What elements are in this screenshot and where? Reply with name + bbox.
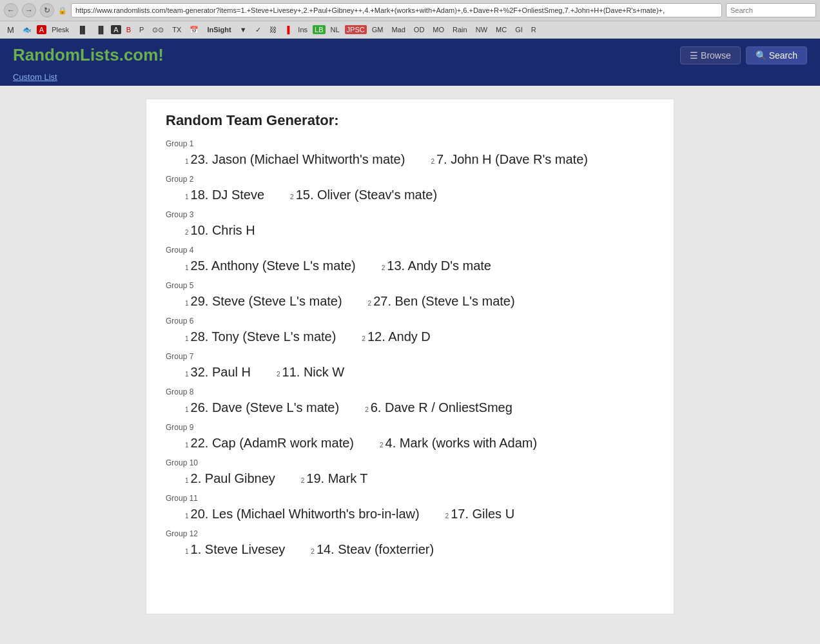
bookmark-nl[interactable]: NL — [327, 24, 343, 35]
group-label: Group 10 — [166, 458, 654, 467]
member-text: 12. Andy D — [367, 329, 431, 344]
bookmark-bars1[interactable]: ▐▌ — [74, 24, 91, 35]
bookmark-r[interactable]: R — [528, 24, 540, 35]
group-member: 122. Cap (AdamR work mate) — [185, 436, 354, 451]
member-number: 1 — [185, 548, 189, 555]
bookmark-gm[interactable]: GM — [369, 24, 387, 35]
member-text: 7. John H (Dave R's mate) — [436, 152, 588, 167]
member-text: 27. Ben (Steve L's mate) — [373, 294, 514, 309]
member-text: 14. Steav (foxterrier) — [317, 542, 434, 557]
reload-button[interactable]: ↻ — [40, 3, 54, 17]
group-label: Group 11 — [166, 494, 654, 503]
forward-button[interactable]: → — [22, 3, 36, 17]
bookmark-mad[interactable]: Mad — [388, 24, 408, 35]
member-number: 2 — [380, 442, 384, 449]
member-number: 1 — [185, 158, 189, 165]
browse-button[interactable]: ☰ Browse — [680, 46, 741, 64]
group-member: 227. Ben (Steve L's mate) — [368, 294, 515, 309]
group-member: 217. Giles U — [445, 507, 515, 522]
bookmark-od[interactable]: OD — [411, 24, 428, 35]
bookmark-gmail[interactable]: M — [4, 24, 17, 36]
bookmark-a2[interactable]: A — [111, 25, 121, 34]
bookmark-colorbar[interactable]: ▐ — [282, 24, 293, 35]
bookmark-paypal[interactable]: P — [136, 24, 147, 35]
bookmark-tx[interactable]: TX — [169, 24, 184, 35]
url-bar[interactable] — [71, 3, 722, 17]
member-number: 1 — [185, 442, 189, 449]
member-text: 11. Nick W — [282, 365, 345, 380]
group-member: 210. Chris H — [185, 223, 255, 238]
member-text: 4. Mark (works with Adam) — [386, 436, 538, 451]
group-row: 128. Tony (Steve L's mate)212. Andy D — [166, 329, 654, 344]
bookmark-plesk[interactable]: Plesk — [48, 24, 72, 35]
site-header: RandomLists.com! ☰ Browse 🔍 Search — [0, 39, 820, 72]
group-label: Group 3 — [166, 210, 654, 219]
bookmark-gi[interactable]: GI — [512, 24, 526, 35]
member-text: 22. Cap (AdamR work mate) — [191, 436, 354, 451]
bookmark-cal[interactable]: 📅 — [186, 24, 202, 35]
bookmark-v[interactable]: ✓ — [252, 24, 264, 35]
group-section: Group 8126. Dave (Steve L's mate)26. Dav… — [166, 387, 654, 415]
member-text: 1. Steve Livesey — [191, 542, 286, 557]
member-text: 23. Jason (Michael Whitworth's mate) — [191, 152, 405, 167]
group-member: 125. Anthony (Steve L's mate) — [185, 259, 356, 273]
group-section: Group 2118. DJ Steve215. Oliver (Steav's… — [166, 175, 654, 202]
member-text: 10. Chris H — [191, 223, 255, 238]
group-section: Group 1211. Steve Livesey214. Steav (fox… — [166, 529, 654, 557]
group-label: Group 1 — [166, 139, 654, 148]
group-member: 219. Mark T — [301, 471, 368, 486]
bookmark-mc[interactable]: MC — [493, 24, 510, 35]
member-text: 28. Tony (Steve L's mate) — [191, 329, 337, 344]
bookmark-chain[interactable]: ⛓ — [266, 24, 280, 35]
member-number: 1 — [185, 193, 189, 200]
member-number: 1 — [185, 406, 189, 413]
group-section: Group 9122. Cap (AdamR work mate)24. Mar… — [166, 423, 654, 451]
bookmark-mo[interactable]: MO — [429, 24, 447, 35]
group-member: 132. Paul H — [185, 365, 251, 380]
bookmarks-bar: M 🐟 A Plesk ▐▌ ▐▌ A B P ⊙⊙ TX 📅 InSight … — [0, 21, 820, 39]
bookmark-b[interactable]: B — [123, 24, 134, 35]
bookmark-arrow[interactable]: ▼ — [237, 24, 250, 35]
bookmark-ins[interactable]: Ins — [295, 24, 311, 35]
bookmark-nw[interactable]: NW — [473, 24, 491, 35]
back-button[interactable]: ← — [4, 3, 18, 17]
group-member: 123. Jason (Michael Whitworth's mate) — [185, 152, 405, 167]
group-section: Group 4125. Anthony (Steve L's mate)213.… — [166, 246, 654, 273]
member-text: 20. Les (Michael Whitworth's bro-in-law) — [191, 507, 420, 522]
group-member: 120. Les (Michael Whitworth's bro-in-law… — [185, 507, 420, 522]
bookmark-insight[interactable]: InSight — [204, 24, 234, 35]
group-member: 211. Nick W — [277, 365, 344, 380]
bookmark-lb[interactable]: LB — [313, 25, 325, 34]
group-label: Group 9 — [166, 423, 654, 432]
browser-titlebar: ← → ↻ 🔒 — [0, 0, 820, 21]
site-title[interactable]: RandomLists.com! — [13, 45, 164, 65]
search-button[interactable]: 🔍 Search — [746, 46, 807, 64]
page-title: Random Team Generator: — [166, 112, 654, 129]
group-row: 120. Les (Michael Whitworth's bro-in-law… — [166, 507, 654, 522]
group-row: 11. Steve Livesey214. Steav (foxterrier) — [166, 542, 654, 557]
bookmark-a[interactable]: A — [37, 25, 46, 34]
bookmark-2[interactable]: 🐟 — [19, 24, 35, 35]
custom-list-link[interactable]: Custom List — [13, 72, 57, 82]
group-label: Group 5 — [166, 281, 654, 290]
member-number: 2 — [362, 335, 366, 342]
member-number: 2 — [365, 406, 369, 413]
bookmark-bars2[interactable]: ▐▌ — [93, 24, 110, 35]
bookmark-dots[interactable]: ⊙⊙ — [149, 24, 167, 35]
member-number: 2 — [431, 158, 434, 165]
member-number: 2 — [277, 371, 280, 378]
group-member: 129. Steve (Steve L's mate) — [185, 294, 342, 309]
member-number: 2 — [290, 193, 294, 200]
member-text: 17. Giles U — [451, 507, 514, 522]
member-text: 19. Mark T — [306, 471, 367, 486]
group-row: 122. Cap (AdamR work mate)24. Mark (work… — [166, 436, 654, 451]
browser-search-input[interactable] — [726, 3, 816, 17]
group-label: Group 7 — [166, 352, 654, 361]
group-label: Group 2 — [166, 175, 654, 184]
group-section: Group 1012. Paul Gibney219. Mark T — [166, 458, 654, 486]
group-section: Group 3210. Chris H — [166, 210, 654, 238]
member-text: 18. DJ Steve — [191, 188, 265, 202]
bookmark-tag[interactable]: JPSC — [345, 25, 367, 34]
bookmark-rain[interactable]: Rain — [449, 24, 471, 35]
group-section: Group 5129. Steve (Steve L's mate)227. B… — [166, 281, 654, 309]
